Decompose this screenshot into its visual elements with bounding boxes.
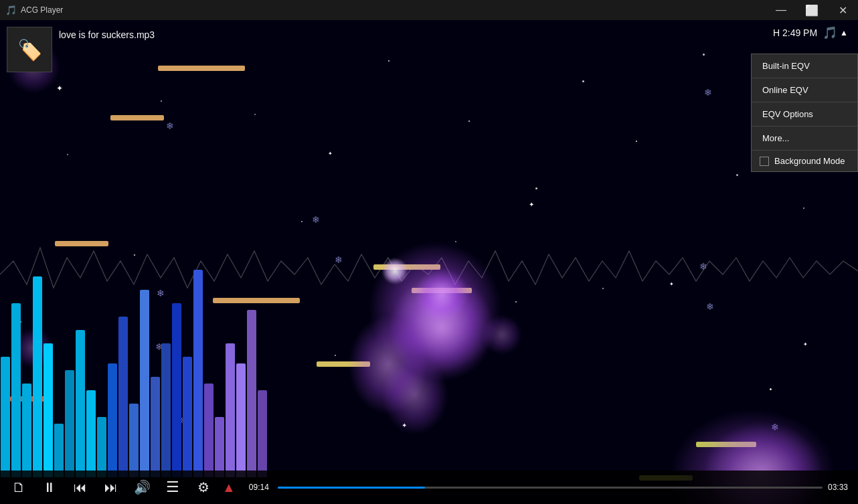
eq-bar (54, 424, 64, 477)
eq-bar (97, 417, 106, 477)
volume-button[interactable]: 🔊 (130, 475, 154, 499)
eq-bar (193, 270, 203, 477)
dropdown-menu: Built-in EQV Online EQV EQV Options More… (751, 54, 858, 172)
top-right-info: H 2:49 PM 🎵 ▲ (773, 25, 848, 40)
time-total: 03:33 (828, 483, 851, 492)
eqv-options-item[interactable]: EQV Options (752, 102, 857, 127)
file-button[interactable]: 🗋 (7, 475, 31, 499)
settings-button[interactable]: ⚙ (191, 475, 216, 499)
eq-bar (76, 330, 85, 477)
pause-button[interactable]: ⏸ (37, 475, 62, 499)
titlebar-left: 🎵 ACG Player (0, 5, 63, 15)
song-title: love is for suckers.mp3 (59, 29, 155, 40)
close-button[interactable]: ✕ (827, 0, 858, 20)
eq-bar (65, 370, 74, 477)
titlebar-controls: — ⬜ ✕ (766, 0, 858, 20)
online-eqv-item[interactable]: Online EQV (752, 78, 857, 102)
eq-bar (258, 390, 267, 477)
eq-bar (140, 290, 149, 477)
more-item[interactable]: More... (752, 127, 857, 151)
minimize-button[interactable]: — (766, 0, 796, 20)
progress-area: 09:14 03:33 (249, 483, 851, 492)
eq-bar (22, 384, 31, 477)
eq-icon: ▲ (222, 480, 236, 495)
eq-bar (118, 317, 128, 477)
maximize-button[interactable]: ⬜ (796, 0, 827, 20)
background-mode-checkbox[interactable] (760, 157, 769, 166)
eq-bar (151, 377, 160, 477)
titlebar-title: ACG Player (21, 5, 63, 15)
eq-bar (86, 390, 96, 477)
eq-bar (204, 384, 213, 477)
built-in-eqv-item[interactable]: Built-in EQV (752, 54, 857, 78)
progress-fill (278, 487, 425, 489)
time-display: H 2:49 PM (773, 27, 817, 38)
eq-bar (247, 310, 256, 477)
eq-bar (215, 417, 224, 477)
background-mode-label: Background Mode (774, 156, 845, 166)
prev-button[interactable]: ⏮ (68, 475, 92, 499)
eq-bar (172, 303, 181, 477)
eq-bar (129, 404, 139, 477)
music-icon-area[interactable]: 🎵 ▲ (823, 25, 848, 40)
eq-bar (1, 357, 10, 477)
background-mode-item[interactable]: Background Mode (752, 151, 857, 171)
eq-bar (33, 276, 42, 477)
eq-bars (0, 276, 858, 477)
eq-bar (161, 343, 171, 477)
next-button[interactable]: ⏭ (99, 475, 123, 499)
control-bar: 🗋 ⏸ ⏮ ⏭ 🔊 ☰ ⚙ ▲ 09:14 03:33 (0, 471, 858, 504)
eq-bar (236, 363, 246, 477)
eq-bar (226, 343, 235, 477)
visualizer-background: ✦ ✦ ✦ ✦ ✦ ✦ ❄ ❄ ❄ ❄ ❄ ❄ ❄ ❄ ❄ ❄ (0, 20, 858, 504)
app-icon: 🎵 (5, 5, 17, 15)
album-art-icon: 🏷️ (17, 38, 42, 62)
eq-bar (44, 343, 53, 477)
eq-bar (108, 363, 117, 477)
main-content: ✦ ✦ ✦ ✦ ✦ ✦ ❄ ❄ ❄ ❄ ❄ ❄ ❄ ❄ ❄ ❄ (0, 20, 858, 504)
eq-bar (11, 303, 21, 477)
chevron-up-icon: ▲ (840, 28, 848, 37)
eq-bar (183, 357, 192, 477)
playlist-button[interactable]: ☰ (161, 475, 185, 499)
titlebar: 🎵 ACG Player — ⬜ ✕ (0, 0, 858, 20)
music-note-icon: 🎵 (823, 25, 837, 40)
progress-track[interactable] (278, 487, 823, 489)
time-current: 09:14 (249, 483, 272, 492)
album-art: 🏷️ (7, 27, 52, 72)
